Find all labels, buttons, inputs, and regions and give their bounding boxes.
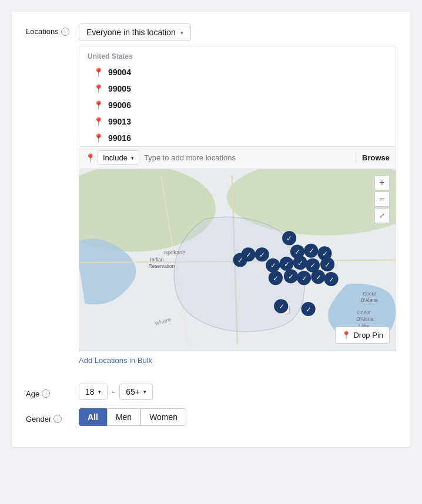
- locations-text: Locations: [26, 27, 59, 36]
- drop-pin-button[interactable]: 📍 Drop Pin: [335, 327, 390, 344]
- svg-text:D'Alerie: D'Alerie: [361, 297, 378, 303]
- svg-text:Coeur: Coeur: [363, 291, 376, 297]
- list-item[interactable]: 📍 99005: [79, 80, 396, 97]
- gender-info-icon[interactable]: i: [53, 415, 62, 423]
- age-dash: -: [112, 387, 115, 397]
- age-min-dropdown[interactable]: 18 ▾: [79, 384, 108, 400]
- svg-text:Indian: Indian: [150, 257, 164, 263]
- locations-row: Locations i Everyone in this location ▾ …: [26, 23, 396, 374]
- location-list-box: United States 📍 99004 📍 99005 📍 99006 📍 …: [79, 46, 396, 147]
- chevron-down-icon: ▾: [98, 389, 101, 395]
- gender-women-button[interactable]: Women: [140, 408, 186, 426]
- expand-icon: ⤢: [379, 212, 385, 219]
- everyone-dropdown-btn[interactable]: Everyone in this location ▾: [79, 23, 191, 41]
- map-controls: + − ⤢: [374, 175, 390, 223]
- map-svg: Spokane Indian Reservation Coeur D'Aleri…: [79, 169, 396, 351]
- age-max-dropdown[interactable]: 65+ ▾: [119, 384, 153, 400]
- gender-all-button[interactable]: All: [79, 408, 107, 426]
- svg-text:✓: ✓: [316, 273, 321, 281]
- svg-text:✓: ✓: [259, 251, 265, 259]
- age-row: Age i 18 ▾ - 65+ ▾: [26, 384, 396, 400]
- drop-pin-label: Drop Pin: [353, 331, 383, 340]
- svg-text:✓: ✓: [297, 259, 303, 267]
- browse-label: Browse: [362, 153, 390, 162]
- chevron-down-icon: ▾: [180, 29, 183, 36]
- zoom-out-icon: −: [379, 194, 384, 204]
- svg-text:✓: ✓: [306, 305, 312, 314]
- list-item[interactable]: 📍 99006: [79, 97, 396, 113]
- zipcode-text: 99005: [108, 84, 131, 93]
- gender-label: Gender i: [26, 411, 79, 424]
- svg-text:✓: ✓: [288, 273, 294, 281]
- chevron-down-icon: ▾: [131, 155, 134, 161]
- gender-text: Gender: [26, 415, 51, 424]
- browse-button[interactable]: Browse: [356, 153, 390, 162]
- svg-text:✓: ✓: [284, 260, 290, 268]
- add-locations-link[interactable]: Add Locations in Bulk: [79, 356, 152, 365]
- pin-icon: 📍: [93, 133, 103, 143]
- svg-text:D'Alene: D'Alene: [356, 316, 373, 322]
- zoom-in-button[interactable]: +: [374, 175, 390, 190]
- add-locations-text: Add Locations in Bulk: [79, 356, 152, 365]
- list-item[interactable]: 📍 99013: [79, 113, 396, 130]
- svg-text:✓: ✓: [309, 247, 314, 255]
- age-info-icon[interactable]: i: [42, 389, 50, 398]
- drop-pin-icon: 📍: [341, 331, 351, 340]
- pin-icon: 📍: [93, 100, 103, 110]
- svg-text:✓: ✓: [322, 250, 328, 258]
- svg-text:✓: ✓: [294, 248, 300, 256]
- include-label: Include: [103, 153, 128, 162]
- svg-text:Coeur: Coeur: [357, 310, 371, 315]
- age-min-value: 18: [85, 387, 95, 397]
- location-search-input[interactable]: [144, 153, 356, 162]
- gender-women-label: Women: [149, 412, 177, 422]
- country-label: United States: [79, 46, 396, 64]
- list-item[interactable]: 📍 99004: [79, 64, 396, 80]
- chevron-down-icon: ▾: [143, 389, 146, 395]
- svg-text:✓: ✓: [324, 261, 330, 269]
- svg-text:✓: ✓: [270, 261, 276, 270]
- zipcode-text: 99013: [108, 117, 131, 126]
- svg-text:Spokane: Spokane: [164, 250, 186, 256]
- pin-icon: 📍: [93, 84, 103, 93]
- map-container[interactable]: Spokane Indian Reservation Coeur D'Aleri…: [79, 169, 396, 351]
- gender-men-button[interactable]: Men: [107, 408, 140, 426]
- svg-text:✓: ✓: [310, 261, 316, 270]
- gender-content: All Men Women: [79, 408, 396, 426]
- include-pin-icon: 📍: [85, 153, 95, 163]
- include-bar: 📍 Include ▾ Browse: [79, 147, 396, 169]
- zipcode-text: 99004: [108, 68, 131, 77]
- everyone-dropdown-label: Everyone in this location: [86, 28, 176, 37]
- svg-text:Reservation: Reservation: [149, 263, 175, 269]
- gender-buttons-group: All Men Women: [79, 408, 396, 426]
- pin-icon: 📍: [93, 68, 103, 77]
- main-container: Locations i Everyone in this location ▾ …: [12, 12, 410, 447]
- age-content: 18 ▾ - 65+ ▾: [79, 384, 396, 400]
- zoom-out-button[interactable]: −: [374, 191, 390, 207]
- gender-all-label: All: [88, 412, 98, 422]
- svg-text:✓: ✓: [329, 275, 334, 284]
- zoom-in-icon: +: [379, 178, 384, 187]
- pin-icon: 📍: [93, 117, 103, 126]
- svg-text:✓: ✓: [302, 274, 307, 283]
- age-text: Age: [26, 389, 39, 398]
- locations-label: Locations i: [26, 23, 79, 36]
- svg-text:✓: ✓: [273, 274, 279, 283]
- gender-men-label: Men: [116, 412, 132, 422]
- zipcode-text: 99016: [108, 133, 131, 143]
- include-dropdown-btn[interactable]: Include ▾: [98, 150, 139, 165]
- locations-content: Everyone in this location ▾ United State…: [79, 23, 396, 374]
- gender-row: Gender i All Men Women: [26, 408, 396, 426]
- age-max-value: 65+: [126, 387, 140, 397]
- svg-text:✓: ✓: [286, 234, 292, 243]
- expand-button[interactable]: ⤢: [374, 208, 390, 223]
- age-label: Age i: [26, 386, 79, 398]
- zipcode-text: 99006: [108, 100, 131, 110]
- svg-text:✓: ✓: [237, 256, 243, 264]
- locations-info-icon[interactable]: i: [61, 28, 69, 36]
- svg-text:✓: ✓: [279, 303, 284, 311]
- list-item[interactable]: 📍 99016: [79, 130, 396, 146]
